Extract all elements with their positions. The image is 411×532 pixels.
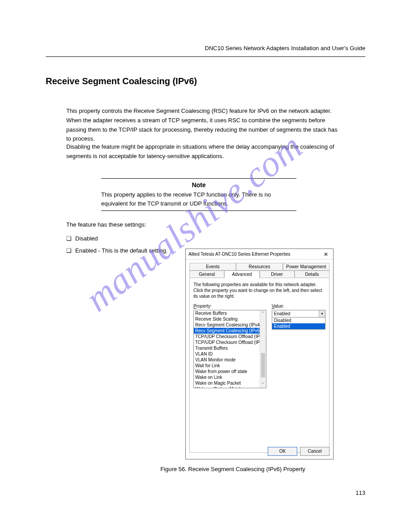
- tab-power-management[interactable]: Power Management: [283, 263, 330, 270]
- tab-body: The following properties are available f…: [189, 278, 330, 453]
- value-label: Value:: [272, 304, 325, 309]
- scroll-down-icon[interactable]: ˅: [260, 382, 266, 388]
- list-item[interactable]: VLAN Monitor mode: [194, 357, 260, 363]
- titlebar: Allied Telesis AT-DNC10 Series Ethernet …: [186, 249, 333, 260]
- cancel-button[interactable]: Cancel: [300, 447, 330, 456]
- scrollbar[interactable]: ˄ ˅: [260, 310, 266, 388]
- tab-description: The following properties are available f…: [193, 282, 325, 299]
- value-dropdown[interactable]: Disabled Enabled: [272, 317, 325, 330]
- body-paragraph-3: The feature has these settings: ❏ Disabl…: [66, 220, 174, 258]
- tab-row-2: General Advanced Driver Details: [189, 270, 330, 278]
- note-rule-bottom: [101, 210, 296, 211]
- bullet-text: Enabled - This is the default setting.: [75, 246, 167, 256]
- list-item[interactable]: Wake on Pattern Match: [194, 386, 260, 388]
- figure-caption: Figure 56. Receive Segment Coalescing (I…: [152, 466, 313, 472]
- section-heading: Receive Segment Coalescing (IPv6): [46, 76, 197, 86]
- note-block: Note This property applies to the receiv…: [101, 178, 296, 214]
- bullet-text: Disabled: [75, 234, 98, 244]
- property-listbox[interactable]: Receive Buffers Receive Side Scaling Rec…: [193, 310, 266, 388]
- tab-advanced[interactable]: Advanced: [224, 270, 259, 278]
- tabs-area: Events Resources Power Management Genera…: [186, 260, 333, 453]
- tab-driver[interactable]: Driver: [260, 270, 295, 278]
- tab-row-1: Events Resources Power Management: [189, 263, 330, 270]
- bullet-item: ❏ Disabled: [66, 234, 174, 244]
- tab-details[interactable]: Details: [295, 270, 330, 278]
- dialog-buttons: OK Cancel: [268, 447, 330, 456]
- note-body: This property applies to the receive TCP…: [101, 190, 296, 208]
- tab-events[interactable]: Events: [189, 263, 236, 270]
- note-rule-top: [101, 178, 296, 179]
- list-item[interactable]: Recv Segment Coalescing (IPv4): [194, 322, 260, 328]
- list-item[interactable]: TCP/UDP Checksum Offload (IPv6: [194, 339, 260, 345]
- bullet-icon: ❏: [66, 246, 72, 256]
- value-combo-text: Enabled: [272, 311, 319, 316]
- properties-dialog: Allied Telesis AT-DNC10 Series Ethernet …: [185, 249, 334, 459]
- list-item[interactable]: Wake on Magic Packet: [194, 380, 260, 386]
- list-item[interactable]: Wait for Link: [194, 363, 260, 369]
- body-paragraph-2: Disabling the feature might be appropria…: [66, 142, 342, 161]
- property-columns: Property: Receive Buffers Receive Side S…: [193, 304, 325, 388]
- property-label: Property:: [193, 304, 266, 309]
- bullet-item: ❏ Enabled - This is the default setting.: [66, 246, 174, 256]
- scroll-up-icon[interactable]: ˄: [260, 310, 266, 317]
- list-item[interactable]: TCP/UDP Checksum Offload (IPv4: [194, 334, 260, 339]
- document-header: DNC10 Series Network Adapters Installati…: [205, 45, 365, 51]
- value-combo[interactable]: Enabled ▼: [272, 310, 325, 317]
- scroll-thumb[interactable]: [261, 353, 265, 378]
- tab-general[interactable]: General: [189, 270, 224, 278]
- list-item[interactable]: Transmit Buffers: [194, 345, 260, 351]
- close-icon[interactable]: ✕: [321, 251, 330, 257]
- dropdown-item[interactable]: Enabled: [272, 323, 325, 329]
- note-label: Note: [101, 181, 296, 189]
- dialog-title: Allied Telesis AT-DNC10 Series Ethernet …: [188, 252, 321, 257]
- page-number: 113: [355, 489, 365, 496]
- chevron-down-icon[interactable]: ▼: [319, 310, 325, 317]
- dropdown-item[interactable]: Disabled: [272, 317, 325, 323]
- list-item[interactable]: Wake from power off state: [194, 369, 260, 374]
- property-column: Property: Receive Buffers Receive Side S…: [193, 304, 266, 388]
- bullet-intro: The feature has these settings:: [66, 220, 174, 230]
- list-item[interactable]: Recv Segment Coalescing (IPv6): [194, 328, 260, 334]
- list-item[interactable]: VLAN ID: [194, 351, 260, 357]
- ok-button[interactable]: OK: [268, 447, 297, 456]
- body-paragraph-1: This property controls the Receive Segme…: [66, 107, 342, 144]
- list-item[interactable]: Wake on Link: [194, 374, 260, 380]
- value-column: Value: Enabled ▼ Disabled Enabled: [272, 304, 325, 388]
- list-inner: Receive Buffers Receive Side Scaling Rec…: [194, 310, 260, 388]
- tab-resources[interactable]: Resources: [236, 263, 283, 270]
- list-item[interactable]: Receive Buffers: [194, 310, 260, 316]
- list-item[interactable]: Receive Side Scaling: [194, 316, 260, 322]
- bullet-icon: ❏: [66, 234, 72, 244]
- header-divider: [46, 56, 365, 57]
